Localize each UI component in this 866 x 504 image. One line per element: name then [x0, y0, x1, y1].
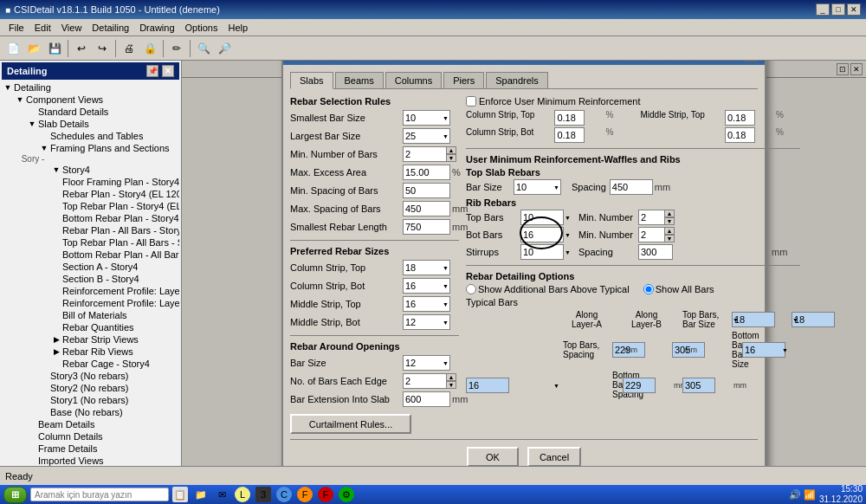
show-all-label[interactable]: Show All Bars [643, 284, 714, 294]
dialog-close-btn[interactable]: ✕ [744, 61, 758, 61]
spinner2-down[interactable]: ▼ [446, 381, 456, 389]
max-spacing-input[interactable] [403, 201, 450, 216]
min-spacing-input[interactable] [403, 183, 450, 198]
undo-btn[interactable]: ↩ [72, 39, 91, 58]
zoomin-btn[interactable]: 🔍 [194, 39, 213, 58]
spinner3-up[interactable]: ▲ [664, 210, 675, 217]
menu-help[interactable]: Help [223, 21, 253, 35]
taskbar-icon-5[interactable]: 3 [255, 487, 271, 502]
print-btn[interactable]: 🖨 [120, 39, 139, 58]
rib-stirrup-select[interactable]: 10 [520, 244, 564, 260]
tab-columns[interactable]: Columns [385, 72, 442, 88]
tree-strip-views[interactable]: ▶ Rebar Strip Views [2, 333, 179, 346]
rib-top-num-input[interactable] [638, 210, 664, 225]
taskbar-icon-1[interactable]: 📋 [172, 487, 188, 502]
tree-floor-framing[interactable]: Floor Framing Plan - Story4 (EL... [2, 176, 179, 188]
tree-story4[interactable]: ▼ Story4 [2, 164, 179, 176]
col-strip-bot-select[interactable]: 16 [403, 278, 450, 294]
tab-beams[interactable]: Beams [335, 72, 384, 88]
maximize-btn[interactable]: □ [831, 3, 845, 16]
smallest-rebar-input[interactable] [403, 219, 450, 235]
tree-frame-details[interactable]: Frame Details [2, 443, 179, 455]
tree-story3[interactable]: Story3 (No rebars) [2, 370, 179, 382]
tree-column-details[interactable]: Column Details [2, 430, 179, 443]
mid-strip-bot-select[interactable]: 12 [403, 314, 450, 330]
menu-options[interactable]: Options [180, 21, 223, 35]
tree-schedules[interactable]: Schedules and Tables [2, 130, 179, 142]
taskbar-icon-9[interactable]: ⚙ [339, 487, 354, 502]
spinner3-down[interactable]: ▼ [664, 217, 675, 225]
rib-bot-select[interactable]: 16 [520, 227, 564, 242]
tree-section-a[interactable]: Section A - Story4 [2, 261, 179, 273]
taskbar-icon-4[interactable]: L [235, 487, 250, 502]
min-bars-input[interactable] [403, 146, 446, 162]
tree-bottom-rebar[interactable]: Bottom Rebar Plan - Story4 (EL... [2, 212, 179, 224]
tab-slabs[interactable]: Slabs [290, 72, 333, 89]
rib-spacing-input[interactable] [638, 244, 673, 260]
close-btn[interactable]: ✕ [847, 3, 861, 16]
bot-bars-spacing-b-input[interactable] [682, 378, 715, 393]
col-strip-top-input[interactable] [554, 110, 585, 126]
tree-reinf-a[interactable]: Reinforcement Profile: Layer-A ... [2, 285, 179, 297]
tree-story2[interactable]: Story2 (No rebars) [2, 382, 179, 394]
redo-btn[interactable]: ↪ [93, 39, 112, 58]
tree-rib-views[interactable]: ▶ Rebar Rib Views [2, 346, 179, 358]
rib-bot-num-input[interactable] [638, 227, 664, 242]
taskbar-icon-2[interactable]: 📁 [193, 487, 209, 502]
rib-top-select[interactable]: 10 [520, 210, 564, 225]
menu-view[interactable]: View [56, 21, 87, 35]
tree-beam-details[interactable]: Beam Details [2, 418, 179, 430]
menu-edit[interactable]: Edit [29, 21, 56, 35]
taskbar-icon-3[interactable]: ✉ [214, 487, 229, 502]
lock-btn[interactable]: 🔒 [140, 39, 159, 58]
largest-bar-select[interactable]: 25 [403, 128, 450, 144]
top-slab-spacing-input[interactable] [610, 179, 653, 195]
show-additional-label[interactable]: Show Additional Bars Above Typical [466, 284, 630, 294]
menu-file[interactable]: File [3, 21, 29, 35]
spinner4-down[interactable]: ▼ [664, 235, 675, 242]
ok-button[interactable]: OK [467, 447, 519, 466]
start-button[interactable]: ⊞ [3, 487, 27, 503]
bot-bar-size-b-select[interactable]: 16 [466, 378, 509, 393]
taskbar-search[interactable] [30, 488, 169, 501]
tab-spandrels[interactable]: Spandrels [486, 72, 548, 88]
tree-standard-details[interactable]: Standard Details [2, 106, 179, 118]
spinner4-up[interactable]: ▲ [664, 227, 675, 235]
opening-bar-size-select[interactable]: 12 [403, 355, 450, 371]
tree-component-views[interactable]: ▼ Component Views [2, 94, 179, 106]
save-btn[interactable]: 💾 [45, 39, 64, 58]
open-btn[interactable]: 📂 [24, 39, 43, 58]
tree-rebar-cage[interactable]: Rebar Cage - Story4 [2, 358, 179, 370]
top-bar-size-a-select[interactable]: 18 [732, 312, 775, 327]
smallest-bar-select[interactable]: 10 [403, 110, 450, 126]
curtailment-btn[interactable]: Curtailment Rules... [290, 414, 411, 434]
tree-framing-plans[interactable]: ▼ Framing Plans and Sections [2, 142, 179, 154]
sidebar-pin-btn[interactable]: 📌 [146, 65, 158, 77]
zoomout-btn[interactable]: 🔎 [215, 39, 234, 58]
tree-slab-details[interactable]: ▼ Slab Details [2, 118, 179, 130]
tree-base[interactable]: Base (No rebars) [2, 406, 179, 418]
bars-each-edge-input[interactable] [403, 373, 446, 389]
tree-section-b[interactable]: Section B - Story4 [2, 273, 179, 285]
spinner2-up[interactable]: ▲ [446, 373, 456, 381]
max-excess-input[interactable] [403, 165, 450, 180]
tree-top-rebar-all[interactable]: Top Rebar Plan - All Bars - Stor... [2, 236, 179, 249]
show-additional-radio[interactable] [466, 284, 476, 294]
tree-bom[interactable]: Bill of Materials [2, 309, 179, 321]
tree-detailing[interactable]: ▼ Detailing [2, 81, 179, 94]
tree-reinf-b[interactable]: Reinforcement Profile: Layer-B ... [2, 297, 179, 309]
tree-imported-views[interactable]: Imported Views [2, 455, 179, 466]
tab-piers[interactable]: Piers [443, 72, 484, 88]
enforce-checkbox-label[interactable]: Enforce User Minimum Reinforcement [466, 96, 640, 107]
tree-story1[interactable]: Story1 (No rebars) [2, 394, 179, 406]
mid-strip-top-input[interactable] [725, 110, 755, 126]
tree-rebar-qty[interactable]: Rebar Quantities [2, 321, 179, 333]
spinner-up[interactable]: ▲ [446, 146, 456, 154]
cancel-button[interactable]: Cancel [527, 447, 581, 466]
taskbar-icon-6[interactable]: C [276, 487, 292, 502]
minimize-btn[interactable]: _ [816, 3, 830, 16]
spinner-down[interactable]: ▼ [446, 154, 456, 162]
mid-strip-top-select[interactable]: 16 [403, 296, 450, 312]
enforce-checkbox[interactable] [466, 96, 476, 107]
col-strip-bot-input[interactable] [554, 127, 585, 143]
